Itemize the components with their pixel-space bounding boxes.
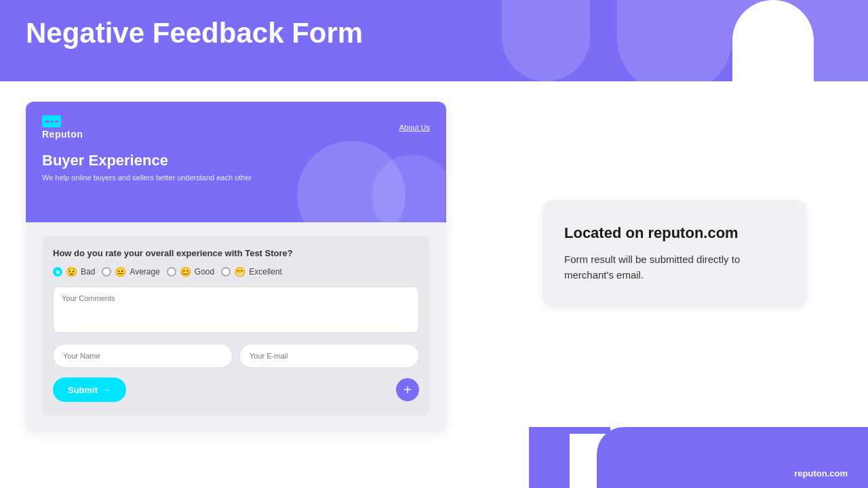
form-card-body: How do you rate your overall experience … [26,222,446,432]
top-banner: Negative Feedback Form [0,0,868,81]
fab-button[interactable]: + [396,378,419,401]
bottom-right-blob: reputon.com [529,427,868,488]
submit-row: Submit → + [53,378,419,402]
label-good: Good [195,267,214,277]
name-input[interactable] [53,344,233,368]
submit-label: Submit [68,385,98,395]
blob-3-inner [732,0,814,81]
form-question: How do you rate your overall experience … [53,248,419,258]
blob-1 [502,0,590,81]
reputon-logo-text: Reputon [42,129,83,140]
comments-textarea[interactable] [53,287,419,333]
banner-blobs [461,0,868,81]
rating-bad[interactable]: 😟 Bad [53,266,95,277]
hero-subtitle: We help online buyers and sellers better… [42,174,430,182]
info-card-description: Form result will be submitted directly t… [564,251,785,283]
reputon-icon [42,115,61,127]
form-card-header: Reputon About Us Buyer Experience We hel… [26,102,446,222]
form-card: Reputon About Us Buyer Experience We hel… [26,102,446,432]
page-title: Negative Feedback Form [26,17,363,49]
emoji-good: 😊 [180,266,191,277]
radio-average[interactable] [102,267,111,277]
reputon-logo: Reputon [42,115,83,140]
rating-options: 😟 Bad 😐 Average 😊 Good [53,266,419,277]
info-card: Located on reputon.com Form result will … [542,200,807,308]
rating-average[interactable]: 😐 Average [102,266,159,277]
main-content: Reputon About Us Buyer Experience We hel… [0,81,868,488]
icon-bar-1 [45,121,50,123]
emoji-excellent: 😁 [234,266,245,277]
bottom-logo-text: reputon.com [794,468,848,479]
form-card-nav: Reputon About Us [42,115,430,140]
icon-bar-2 [51,121,54,123]
rating-good[interactable]: 😊 Good [167,266,214,277]
label-average: Average [130,267,159,277]
emoji-average: 😐 [115,266,126,277]
rating-excellent[interactable]: 😁 Excellent [221,266,282,277]
radio-bad[interactable] [53,267,62,277]
info-card-title: Located on reputon.com [564,224,785,242]
radio-good[interactable] [167,267,176,277]
submit-arrow: → [102,384,111,395]
bottom-blob-shape [597,427,868,488]
label-bad: Bad [81,267,95,277]
blob-2 [617,0,732,81]
submit-button[interactable]: Submit → [53,378,126,402]
form-inputs-row [53,344,419,368]
radio-excellent[interactable] [221,267,231,277]
emoji-bad: 😟 [66,266,77,277]
form-section: How do you rate your overall experience … [42,236,430,415]
icon-bar-3 [55,121,58,123]
email-input[interactable] [239,344,419,368]
about-us-link[interactable]: About Us [399,123,430,131]
label-excellent: Excellent [249,267,282,277]
